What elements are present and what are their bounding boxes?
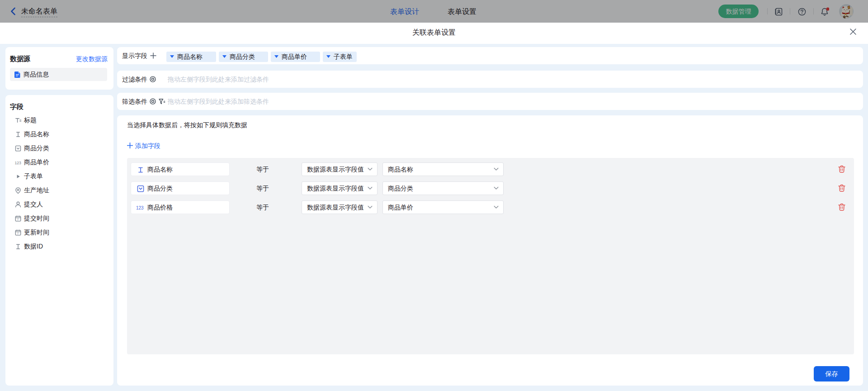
svg-text:123: 123 [136, 205, 144, 210]
svg-text:123: 123 [15, 160, 21, 165]
svg-text:7: 7 [17, 218, 19, 221]
svg-text:7: 7 [17, 232, 19, 235]
